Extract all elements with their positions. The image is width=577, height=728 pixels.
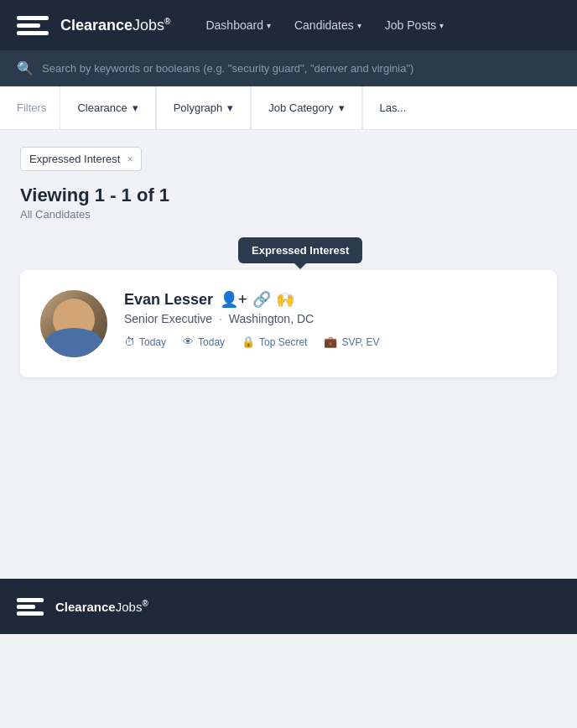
filter-last[interactable]: Las... [362,86,424,130]
nav-jobposts-chevron: ▾ [439,21,444,30]
meta-viewed-time: 👁 Today [183,335,225,348]
candidate-role-text: Senior Executive [124,312,212,325]
eye-icon: 👁 [183,335,194,348]
clock-icon: ⏱ [124,335,135,348]
meta-role-type: 💼 SVP, EV [324,335,379,348]
candidate-icons: 👤+ 🔗 🙌 [220,290,294,309]
nav-candidates-label: Candidates [294,18,354,32]
brand-trademark: ® [164,17,170,26]
footer-logo-bar-3 [17,611,44,616]
footer-brand: ClearanceJobs® [55,599,148,614]
nav-dashboard[interactable]: Dashboard ▾ [195,12,281,39]
expressed-interest-tooltip: Expressed Interest [238,237,362,263]
add-candidate-icon[interactable]: 👤+ [220,290,247,309]
filter-clearance-chevron: ▾ [133,101,138,114]
nav-dashboard-chevron: ▾ [267,21,271,30]
candidate-meta: ⏱ Today 👁 Today 🔒 Top Secret 💼 SVP, EV [124,335,537,348]
active-filter-label: Expressed Interest [29,153,120,165]
filter-polygraph-chevron: ▾ [227,101,233,114]
candidate-name[interactable]: Evan Lesser [124,291,213,309]
logo-icon [17,12,54,39]
meta-clearance: 🔒 Top Secret [242,335,307,348]
nav-candidates-chevron: ▾ [357,21,361,30]
nav-links: Dashboard ▾ Candidates ▾ Job Posts ▾ [195,12,560,39]
footer-brand-bold: Clearance [55,600,116,614]
avatar-body [44,328,103,357]
filter-job-category[interactable]: Job Category ▾ [251,86,361,130]
meta-clearance-label: Top Secret [259,336,307,348]
remove-filter-button[interactable]: × [127,153,133,165]
logo[interactable]: ClearanceJobs® [17,12,170,39]
logo-bar-2 [17,23,40,28]
card-top: Evan Lesser 👤+ 🔗 🙌 Senior Executive · Wa… [40,290,537,357]
candidate-role-location: Senior Executive · Washington, DC [124,312,537,325]
viewing-subtitle: All Candidates [20,208,557,221]
meta-posted-label: Today [139,336,166,348]
filter-polygraph-label: Polygraph [174,101,223,114]
brand-light: Jobs [133,17,164,34]
footer-logo-bar-2 [17,605,35,609]
nav-dashboard-label: Dashboard [205,18,263,32]
filter-clearance-label: Clearance [77,101,127,114]
candidate-card[interactable]: Evan Lesser 👤+ 🔗 🙌 Senior Executive · Wa… [20,270,557,377]
viewing-header: Viewing 1 - 1 of 1 All Candidates [20,185,557,221]
nav-jobposts-label: Job Posts [385,18,436,32]
footer-brand-light: Jobs [116,600,143,614]
meta-role-label: SVP, EV [341,336,379,348]
briefcase-icon: 💼 [324,335,337,348]
link-icon[interactable]: 🔗 [252,290,271,309]
navbar: ClearanceJobs® Dashboard ▾ Candidates ▾ … [0,0,577,50]
filter-polygraph[interactable]: Polygraph ▾ [156,86,252,130]
filter-job-category-label: Job Category [268,101,333,114]
footer-logo-icon [17,595,47,617]
logo-bar-3 [17,31,49,35]
handshake-icon[interactable]: 🙌 [276,290,294,309]
filter-bar: Filters Clearance ▾ Polygraph ▾ Job Cate… [0,86,577,130]
filter-last-label: Las... [380,101,407,114]
footer: ClearanceJobs® [0,579,577,634]
avatar [40,290,107,357]
main-content: Expressed Interest × Viewing 1 - 1 of 1 … [0,130,577,394]
meta-posted-time: ⏱ Today [124,335,166,348]
meta-viewed-label: Today [198,336,225,348]
candidate-info: Evan Lesser 👤+ 🔗 🙌 Senior Executive · Wa… [124,290,537,348]
viewing-count: Viewing 1 - 1 of 1 [20,185,557,206]
lock-icon: 🔒 [242,335,255,348]
search-bar: 🔍 [0,50,577,86]
footer-trademark: ® [142,599,148,608]
brand-bold: Clearance [60,17,133,34]
active-filter-tag: Expressed Interest × [20,147,142,171]
candidate-location: Washington, DC [229,312,314,325]
logo-bar-1 [17,16,49,20]
filter-job-category-chevron: ▾ [339,101,345,114]
active-filters-row: Expressed Interest × [20,147,557,171]
dot-separator: · [219,312,222,325]
avatar-image [40,290,107,357]
nav-candidates[interactable]: Candidates ▾ [284,12,372,39]
brand-name: ClearanceJobs® [60,17,170,34]
filters-label: Filters [17,101,60,114]
filter-clearance[interactable]: Clearance ▾ [60,86,155,130]
nav-jobposts[interactable]: Job Posts ▾ [375,12,454,39]
search-input[interactable] [42,62,560,75]
footer-logo-bar-1 [17,598,44,602]
candidate-name-row: Evan Lesser 👤+ 🔗 🙌 [124,290,537,309]
search-icon: 🔍 [17,60,34,76]
